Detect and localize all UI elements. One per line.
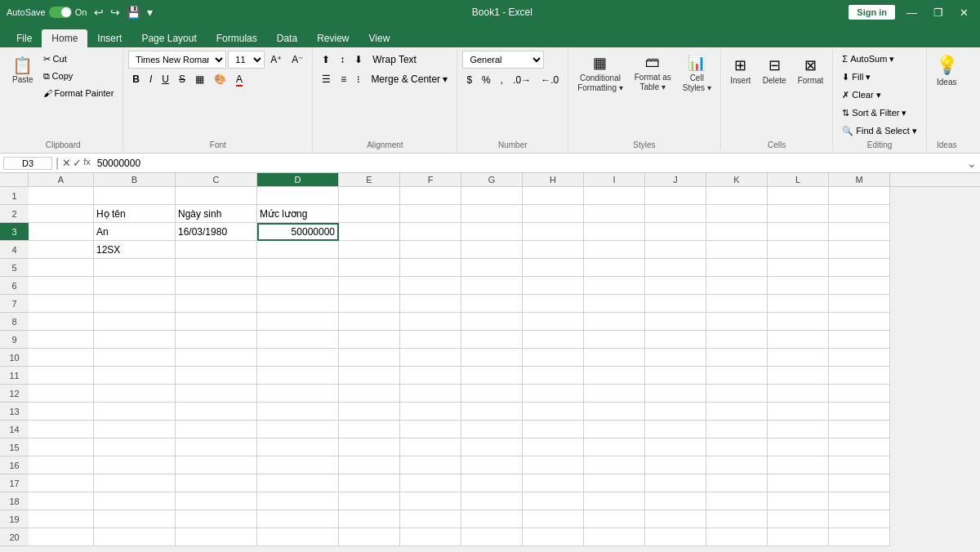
cell-a14[interactable] <box>29 421 94 438</box>
cell-b1[interactable] <box>94 187 176 205</box>
cell-i10[interactable] <box>584 349 645 367</box>
row-header-13[interactable]: 13 <box>0 403 29 421</box>
cell-c12[interactable] <box>176 385 257 403</box>
row-header-8[interactable]: 8 <box>0 313 29 331</box>
cell-m3[interactable] <box>829 223 890 241</box>
cell-j6[interactable] <box>645 277 706 295</box>
cell-l18[interactable] <box>768 492 829 510</box>
find-select-button[interactable]: 🔍 Find & Select ▾ <box>838 122 920 139</box>
cell-m9[interactable] <box>829 331 890 349</box>
cell-m14[interactable] <box>829 421 890 438</box>
cell-j17[interactable] <box>645 474 706 492</box>
conditional-formatting-button[interactable]: ▦ ConditionalFormatting ▾ <box>573 51 627 96</box>
cell-f16[interactable] <box>400 456 461 474</box>
cell-d6[interactable] <box>257 277 339 295</box>
cell-c17[interactable] <box>176 474 257 492</box>
cell-a17[interactable] <box>29 474 94 492</box>
percent-button[interactable]: % <box>478 71 495 89</box>
cell-i15[interactable] <box>584 438 645 456</box>
cell-e5[interactable] <box>339 259 400 277</box>
cell-e16[interactable] <box>339 456 400 474</box>
cell-i13[interactable] <box>584 403 645 421</box>
cell-g1[interactable] <box>461 187 523 205</box>
cell-g20[interactable] <box>461 528 523 546</box>
cell-m2[interactable] <box>829 205 890 223</box>
cell-c18[interactable] <box>176 492 257 510</box>
currency-button[interactable]: $ <box>462 71 476 89</box>
cell-h8[interactable] <box>523 313 584 331</box>
cell-i8[interactable] <box>584 313 645 331</box>
cell-e13[interactable] <box>339 403 400 421</box>
cell-e4[interactable] <box>339 241 400 259</box>
col-header-e[interactable]: E <box>339 173 400 186</box>
cell-a15[interactable] <box>29 438 94 456</box>
merge-center-button[interactable]: Merge & Center ▾ <box>367 70 452 88</box>
cell-ref-input[interactable] <box>3 157 52 170</box>
cell-m16[interactable] <box>829 456 890 474</box>
autosave-toggle[interactable] <box>49 7 72 18</box>
cell-j20[interactable] <box>645 528 706 546</box>
cell-b9[interactable] <box>94 331 176 349</box>
tab-review[interactable]: Review <box>307 29 359 47</box>
cell-h15[interactable] <box>523 438 584 456</box>
cell-c6[interactable] <box>176 277 257 295</box>
font-color-button[interactable]: A <box>232 70 247 88</box>
cell-c19[interactable] <box>176 510 257 528</box>
cell-a10[interactable] <box>29 349 94 367</box>
cell-c10[interactable] <box>176 349 257 367</box>
cell-b14[interactable] <box>94 421 176 438</box>
cell-h13[interactable] <box>523 403 584 421</box>
cell-b2[interactable]: Họ tên <box>94 205 176 223</box>
cell-b7[interactable] <box>94 295 176 313</box>
cell-d2[interactable]: Mức lương <box>257 205 339 223</box>
tab-home[interactable]: Home <box>42 29 87 47</box>
cell-g9[interactable] <box>461 331 523 349</box>
cell-g14[interactable] <box>461 421 523 438</box>
cell-a8[interactable] <box>29 313 94 331</box>
cell-l19[interactable] <box>768 510 829 528</box>
cell-e8[interactable] <box>339 313 400 331</box>
cell-k14[interactable] <box>706 421 768 438</box>
cell-b5[interactable] <box>94 259 176 277</box>
cell-i4[interactable] <box>584 241 645 259</box>
cell-b19[interactable] <box>94 510 176 528</box>
cell-k6[interactable] <box>706 277 768 295</box>
cell-f8[interactable] <box>400 313 461 331</box>
align-center-button[interactable]: ≡ <box>336 70 350 88</box>
cell-l9[interactable] <box>768 331 829 349</box>
cell-h1[interactable] <box>523 187 584 205</box>
cell-i17[interactable] <box>584 474 645 492</box>
cell-l1[interactable] <box>768 187 829 205</box>
cell-f17[interactable] <box>400 474 461 492</box>
insert-function-icon[interactable]: fx <box>83 157 91 169</box>
row-header-5[interactable]: 5 <box>0 259 29 277</box>
cell-a7[interactable] <box>29 295 94 313</box>
cell-k7[interactable] <box>706 295 768 313</box>
cell-k19[interactable] <box>706 510 768 528</box>
cell-j7[interactable] <box>645 295 706 313</box>
col-header-h[interactable]: H <box>523 173 584 186</box>
cell-f7[interactable] <box>400 295 461 313</box>
row-header-6[interactable]: 6 <box>0 277 29 295</box>
cell-c3[interactable]: 16/03/1980 <box>176 223 257 241</box>
cell-l11[interactable] <box>768 367 829 385</box>
copy-button[interactable]: ⧉ Copy <box>39 68 118 84</box>
cell-g5[interactable] <box>461 259 523 277</box>
align-left-button[interactable]: ☰ <box>318 70 335 88</box>
cell-i3[interactable] <box>584 223 645 241</box>
autosum-button[interactable]: Σ AutoSum ▾ <box>838 51 898 67</box>
cell-b13[interactable] <box>94 403 176 421</box>
cell-c14[interactable] <box>176 421 257 438</box>
cell-m20[interactable] <box>829 528 890 546</box>
cell-l17[interactable] <box>768 474 829 492</box>
cell-m10[interactable] <box>829 349 890 367</box>
cell-i14[interactable] <box>584 421 645 438</box>
cell-styles-button[interactable]: 📊 CellStyles ▾ <box>679 51 715 96</box>
cell-l5[interactable] <box>768 259 829 277</box>
cell-b10[interactable] <box>94 349 176 367</box>
cell-f13[interactable] <box>400 403 461 421</box>
cell-f2[interactable] <box>400 205 461 223</box>
row-header-15[interactable]: 15 <box>0 438 29 456</box>
cell-d10[interactable] <box>257 349 339 367</box>
cell-k1[interactable] <box>706 187 768 205</box>
